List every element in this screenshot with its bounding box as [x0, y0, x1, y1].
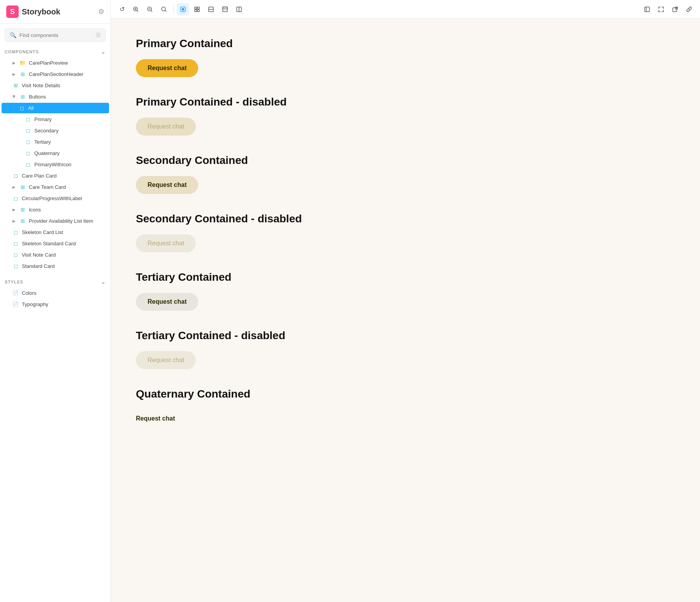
panel-view-button[interactable] — [205, 3, 217, 16]
toolbar-right — [641, 3, 695, 16]
sidebar-item-provider-availability[interactable]: ▶ ⊞ Provider Availability List Item — [2, 216, 109, 226]
sidebar-item-care-team-card[interactable]: ▶ ⊞ Care Team Card — [2, 182, 109, 192]
grid-icon: ⊞ — [12, 83, 19, 88]
sidebar: S Storybook ⚙ 🔍 / COMPONENTS ⌄ ▶ 📁 CareP… — [0, 0, 111, 602]
svg-line-8 — [165, 10, 167, 12]
sidebar-item-buttons-tertiary[interactable]: ◻ Tertiary — [2, 137, 109, 147]
grid-view-button[interactable] — [191, 3, 203, 16]
section-title-quaternary-contained: Quaternary Contained — [136, 388, 675, 400]
svg-rect-12 — [197, 7, 199, 9]
sidebar-item-label: CarePlanSectionHeader — [29, 71, 83, 77]
svg-rect-10 — [182, 8, 184, 11]
sidebar-item-standard-card[interactable]: ◻ Standard Card — [2, 261, 109, 271]
app-title: Storybook — [22, 7, 60, 16]
sidebar-item-label: CircularProgressWithLabel — [22, 195, 82, 201]
sidebar-item-typography[interactable]: 📄 Typography — [2, 299, 109, 310]
zoom-in-button[interactable] — [130, 3, 142, 16]
search-bar[interactable]: 🔍 / — [5, 28, 106, 42]
section-tertiary-contained: Tertiary Contained Request chat — [136, 271, 675, 311]
svg-rect-14 — [197, 10, 199, 12]
sidebar-item-label: Icons — [29, 207, 41, 213]
expand-arrow-icon: ▶ — [12, 72, 16, 76]
sidebar-item-skeleton-card-list[interactable]: ◻ Skeleton Card List — [2, 227, 109, 238]
collapse-styles-icon[interactable]: ⌄ — [101, 279, 106, 285]
components-label: COMPONENTS — [5, 49, 39, 54]
story-icon: ◻ — [12, 252, 19, 258]
story-icon: ◻ — [19, 105, 25, 111]
sidebar-item-colors[interactable]: 📄 Colors — [2, 288, 109, 298]
section-secondary-contained: Secondary Contained Request chat — [136, 154, 675, 194]
story-icon: ◻ — [25, 116, 31, 122]
grid-icon: ⊞ — [19, 218, 26, 224]
sidebar-item-buttons-primary-with-icon[interactable]: ◻ PrimaryWithIcon — [2, 159, 109, 170]
section-title-secondary-contained-disabled: Secondary Contained - disabled — [136, 213, 675, 225]
sidebar-item-label: Secondary — [34, 128, 58, 134]
sidebar-item-buttons-quaternary[interactable]: ◻ Quaternary — [2, 148, 109, 158]
expand-arrow-icon: ▶ — [12, 208, 16, 212]
request-chat-button-primary[interactable]: Request chat — [136, 59, 198, 77]
story-icon: ◻ — [12, 229, 19, 235]
grid-icon: ⊞ — [19, 71, 26, 77]
stack-view-button[interactable] — [233, 3, 245, 16]
sidebar-item-label: Skeleton Card List — [22, 229, 63, 235]
request-chat-button-quaternary[interactable]: Request chat — [136, 410, 175, 428]
sidebar-item-label: Tertiary — [34, 139, 51, 145]
sidebar-item-label: Skeleton Standard Card — [22, 241, 76, 246]
open-new-tab-button[interactable] — [669, 3, 681, 16]
sidebar-item-care-plan-card[interactable]: ◻ Care Plan Card — [2, 171, 109, 181]
sidebar-item-circular-progress[interactable]: ◻ CircularProgressWithLabel — [2, 193, 109, 204]
svg-line-1 — [137, 10, 139, 12]
search-input[interactable] — [19, 32, 93, 38]
sidebar-item-icons[interactable]: ▶ ⊞ Icons — [2, 204, 109, 215]
refresh-button[interactable]: ↺ — [116, 3, 128, 16]
section-quaternary-contained: Quaternary Contained Request chat — [136, 388, 675, 428]
sidebar-item-care-plan-preview[interactable]: ▶ 📁 CarePlanPreview — [2, 58, 109, 68]
svg-rect-21 — [645, 7, 649, 12]
sidebar-item-label: Care Plan Card — [22, 173, 57, 179]
zoom-out-button[interactable] — [144, 3, 156, 16]
section-title-secondary-contained: Secondary Contained — [136, 154, 675, 167]
sidebar-item-label: Standard Card — [22, 263, 55, 269]
copy-link-button[interactable] — [683, 3, 695, 16]
sidebar-item-buttons[interactable]: ▶ ⊞ Buttons — [2, 92, 109, 102]
sidebar-item-visit-note-card[interactable]: ◻ Visit Note Card — [2, 250, 109, 260]
sidebar-item-buttons-primary[interactable]: ◻ Primary — [2, 114, 109, 125]
frame-view-button[interactable] — [177, 3, 189, 16]
request-chat-button-secondary-disabled[interactable]: Request chat — [136, 234, 196, 252]
sidebar-item-label: PrimaryWithIcon — [34, 162, 71, 167]
split-view-button[interactable] — [219, 3, 231, 16]
expand-arrow-icon: ▶ — [12, 95, 16, 99]
sidebar-item-label: Quaternary — [34, 150, 60, 156]
section-title-primary-contained: Primary Contained — [136, 37, 675, 50]
sidebar-item-skeleton-standard-card[interactable]: ◻ Skeleton Standard Card — [2, 238, 109, 249]
sidebar-item-visit-note-details[interactable]: ⊞ Visit Note Details — [2, 80, 109, 91]
sidebar-item-label: Care Team Card — [29, 184, 66, 190]
sidebar-item-buttons-secondary[interactable]: ◻ Secondary — [2, 125, 109, 136]
sidebar-item-label: CarePlanPreview — [29, 60, 68, 66]
sidebar-item-care-plan-section-header[interactable]: ▶ ⊞ CarePlanSectionHeader — [2, 69, 109, 79]
grid-icon: ⊞ — [19, 184, 26, 190]
sidebar-toggle-button[interactable] — [641, 3, 653, 16]
search-shortcut: / — [96, 32, 101, 38]
story-icon: ◻ — [12, 263, 19, 269]
grid-icon: ⊞ — [19, 207, 26, 213]
story-icon: ◻ — [12, 241, 19, 246]
request-chat-button-secondary[interactable]: Request chat — [136, 176, 198, 194]
doc-icon: 📄 — [12, 301, 19, 307]
request-chat-button-tertiary[interactable]: Request chat — [136, 293, 198, 311]
storybook-logo-icon: S — [6, 5, 19, 18]
section-title-tertiary-contained: Tertiary Contained — [136, 271, 675, 283]
sidebar-item-buttons-all[interactable]: ◻ All — [2, 103, 109, 113]
fullscreen-button[interactable] — [655, 3, 667, 16]
sidebar-item-label: Buttons — [29, 94, 46, 100]
request-chat-button-tertiary-disabled[interactable]: Request chat — [136, 351, 196, 369]
request-chat-button-primary-disabled[interactable]: Request chat — [136, 118, 196, 136]
story-icon: ◻ — [12, 195, 19, 201]
sidebar-item-label: All — [28, 105, 33, 111]
settings-icon[interactable]: ⚙ — [98, 7, 104, 16]
collapse-components-icon[interactable]: ⌄ — [101, 49, 106, 55]
svg-line-5 — [151, 10, 153, 12]
search-toolbar-button[interactable] — [158, 3, 170, 16]
svg-rect-17 — [223, 7, 227, 12]
svg-rect-13 — [195, 10, 197, 12]
